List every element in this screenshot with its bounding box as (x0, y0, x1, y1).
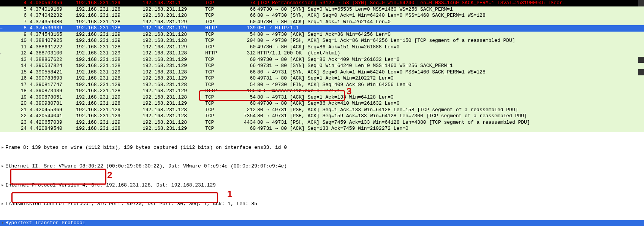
packet-row[interactable]: 74.374359080192.168.231.128192.168.231.1… (0, 19, 644, 26)
col-len: 4434 (239, 120, 256, 126)
col-no: 12 (8, 50, 30, 57)
col-proto: HTTP (205, 50, 239, 57)
col-src: 192.168.231.129 (76, 94, 142, 101)
col-dst: 192.168.231.128 (142, 113, 205, 120)
col-time: 4.374543165 (30, 32, 76, 38)
col-no: 8 (8, 25, 30, 32)
col-time: 4.030562356 (30, 0, 76, 6)
packet-row[interactable]: 134.388867622192.168.231.128192.168.231.… (0, 57, 644, 63)
tree-item-frame[interactable]: ▸ Frame 8: 139 bytes on wire (1112 bits)… (0, 145, 644, 151)
col-no: 6 (8, 13, 30, 19)
col-time: 4.388703100 (30, 50, 76, 57)
col-time: 4.420657039 (30, 120, 76, 126)
packet-row[interactable]: ←124.388703100192.168.231.129192.168.231… (0, 50, 644, 57)
expand-icon[interactable]: ▸ (0, 163, 5, 170)
col-src: 192.168.231.128 (76, 44, 142, 51)
packet-row[interactable]: 104.388407925192.168.231.129192.168.231.… (0, 38, 644, 44)
packet-list[interactable]: 44.030562356192.168.231.129192.168.231.1… (0, 0, 644, 132)
col-no: 17 (8, 82, 30, 88)
col-expander-col (0, 126, 8, 132)
col-dst: 192.168.231.129 (142, 25, 205, 32)
col-no: 10 (8, 38, 30, 44)
col-no: 5 (8, 6, 30, 13)
col-proto: TCP (205, 120, 239, 126)
col-len: 66 (239, 63, 256, 69)
col-info: GET /msdcorelib.exe HTTP/1.1 (256, 88, 644, 94)
packet-row[interactable]: 204.390980781192.168.231.128192.168.231.… (0, 100, 644, 107)
packet-row[interactable]: 234.420657039192.168.231.129192.168.231.… (0, 120, 644, 126)
col-len: 54 (239, 94, 256, 101)
collapse-icon[interactable]: ▾ (0, 220, 5, 226)
col-len: 204 (239, 38, 256, 44)
col-dst: 192.168.231.129 (142, 88, 205, 94)
col-dst: 192.168.231.128 (142, 50, 205, 57)
col-no: 11 (8, 44, 30, 51)
packet-row[interactable]: 174.390817747192.168.231.129192.168.231.… (0, 82, 644, 88)
col-proto: TCP (205, 63, 239, 69)
packet-row[interactable]: 214.420455369192.168.231.129192.168.231.… (0, 107, 644, 113)
packet-row[interactable]: 244.420849540192.168.231.128192.168.231.… (0, 126, 644, 132)
expand-icon[interactable]: ▸ (0, 182, 5, 189)
col-proto: TCP (205, 69, 239, 76)
tree-item-http[interactable]: ▾ Hypertext Transfer Protocol (0, 220, 644, 226)
packet-row[interactable]: 224.420544041192.168.231.129192.168.231.… (0, 113, 644, 120)
minimap-strip[interactable] (638, 0, 644, 132)
col-expander-col (0, 63, 8, 69)
expand-icon[interactable]: ▸ (0, 145, 5, 151)
col-info: 80 → 49730 [ACK] Seq=1 Ack=86 Win=64256 … (256, 32, 644, 38)
packet-row[interactable]: 184.390873439192.168.231.128192.168.231.… (0, 88, 644, 94)
col-len: 312 (239, 50, 256, 57)
frame-summary: Frame 8: 139 bytes on wire (1112 bits), … (5, 145, 287, 151)
col-expander-col (0, 13, 8, 19)
tree-item-ethernet[interactable]: ▸ Ethernet II, Src: VMware_08:30:22 (00:… (0, 163, 644, 170)
col-no: 4 (8, 0, 30, 6)
col-dst: 192.168.231.129 (142, 63, 205, 69)
tree-item-ip[interactable]: ▸ Internet Protocol Version 4, Src: 192.… (0, 182, 644, 189)
col-info: 49730 → 80 [ACK] Seq=86 Ack=151 Win=2618… (256, 44, 644, 51)
col-expander-col (0, 57, 8, 63)
col-src: 192.168.231.128 (76, 88, 142, 94)
col-proto: HTTP (205, 88, 239, 94)
col-time: 4.388407925 (30, 38, 76, 44)
col-info: 80 → 49730 [SYN, ACK] Seq=0 Ack=1 Win=64… (256, 13, 644, 19)
packet-row[interactable]: 44.030562356192.168.231.129192.168.231.1… (0, 0, 644, 6)
packet-row[interactable]: 64.374042232192.168.231.129192.168.231.1… (0, 13, 644, 19)
packet-row[interactable]: 114.388691222192.168.231.128192.168.231.… (0, 44, 644, 51)
col-proto: TCP (205, 82, 239, 88)
col-proto: TCP (205, 107, 239, 113)
packet-row[interactable]: 94.374543165192.168.231.129192.168.231.1… (0, 32, 644, 38)
expand-icon[interactable]: ▸ (0, 201, 5, 207)
packet-row[interactable]: 194.390878051192.168.231.129192.168.231.… (0, 94, 644, 101)
col-expander-col (0, 82, 8, 88)
col-info: 49730 → 80 [ACK] Seq=86 Ack=410 Win=2616… (256, 100, 644, 107)
col-expander-col (0, 113, 8, 120)
packet-row[interactable]: →84.374536639192.168.231.128192.168.231.… (0, 25, 644, 32)
col-proto: TCP (205, 113, 239, 120)
col-info: 80 → 49731 [SYN, ACK] Seq=0 Ack=1 Win=64… (256, 69, 644, 76)
packet-row[interactable]: 164.390783693192.168.231.128192.168.231.… (0, 75, 644, 82)
col-no: 14 (8, 63, 30, 69)
col-info: 49731 → 80 [ACK] Seq=133 Ack=7459 Win=21… (256, 126, 644, 132)
col-proto: TCP (205, 126, 239, 132)
col-src: 192.168.231.129 (76, 113, 142, 120)
packet-row[interactable]: 54.374019169192.168.231.128192.168.231.1… (0, 6, 644, 13)
col-dst: 192.168.231.129 (142, 57, 205, 63)
col-expander-col (0, 44, 8, 51)
col-proto: TCP (205, 6, 239, 13)
col-proto: TCP (205, 13, 239, 19)
col-dst: 192.168.231.128 (142, 69, 205, 76)
col-info: 49730 → 80 [SYN] Seq=0 Win=65535 Len=0 M… (256, 6, 644, 13)
packet-details-pane[interactable]: ▸ Frame 8: 139 bytes on wire (1112 bits)… (0, 132, 644, 236)
packet-row[interactable]: 144.390537824192.168.231.128192.168.231.… (0, 63, 644, 69)
packet-row[interactable]: 154.390558421192.168.231.129192.168.231.… (0, 69, 644, 76)
col-dst: 192.168.231.129 (142, 44, 205, 51)
col-dst: 192.168.231.129 (142, 6, 205, 13)
col-src: 192.168.231.128 (76, 100, 142, 107)
col-info: [TCP Retransmission] 53122 → 53 [SYN] Se… (256, 0, 644, 6)
tree-item-tcp[interactable]: ▸ Transmission Control Protocol, Src Por… (0, 201, 644, 207)
col-src: 192.168.231.128 (76, 19, 142, 26)
col-len: 60 (239, 126, 256, 132)
col-dst: 192.168.231.129 (142, 19, 205, 26)
col-dst: 192.168.231.128 (142, 38, 205, 44)
col-proto: TCP (205, 38, 239, 44)
